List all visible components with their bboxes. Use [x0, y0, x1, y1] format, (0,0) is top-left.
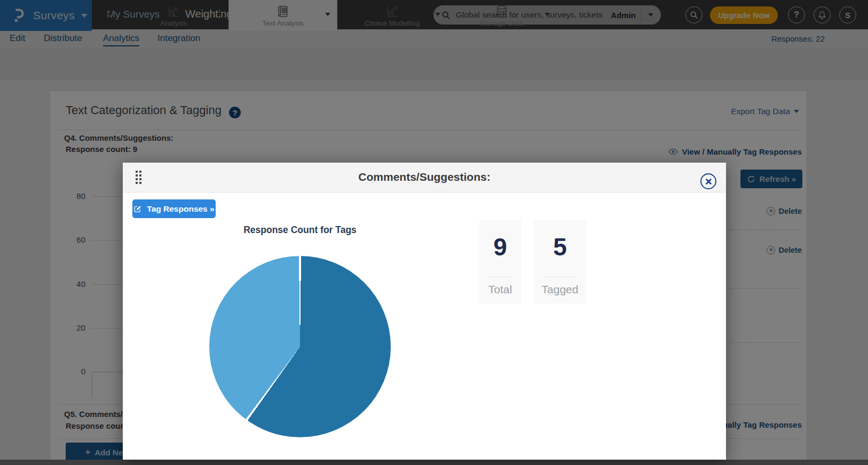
- tag-responses-button[interactable]: Tag Responses »: [132, 199, 216, 218]
- modal-header: Comments/Suggestions:: [123, 163, 726, 193]
- comments-suggestions-modal: Comments/Suggestions: Tag Responses » Re…: [123, 163, 726, 460]
- close-x-icon: [705, 178, 712, 185]
- stat-total-label: Total: [479, 283, 521, 296]
- modal-title: Comments/Suggestions:: [123, 171, 726, 183]
- pie-chart-title: Response Count for Tags: [209, 225, 391, 236]
- stat-tagged-value: 5: [534, 231, 586, 263]
- stat-total-value: 9: [479, 231, 521, 263]
- stat-card-total: 9 Total: [479, 220, 521, 303]
- app-root: Surveys My Surveys › Weighting and Balan…: [0, 0, 868, 465]
- edit-pencil-icon: [133, 205, 142, 213]
- stat-card-tagged: 5 Tagged: [534, 220, 586, 303]
- stat-tagged-label: Tagged: [534, 283, 586, 296]
- stat-divider: [488, 277, 512, 277]
- pie-chart[interactable]: [209, 256, 391, 437]
- stat-divider: [545, 277, 575, 277]
- close-button[interactable]: [700, 173, 716, 189]
